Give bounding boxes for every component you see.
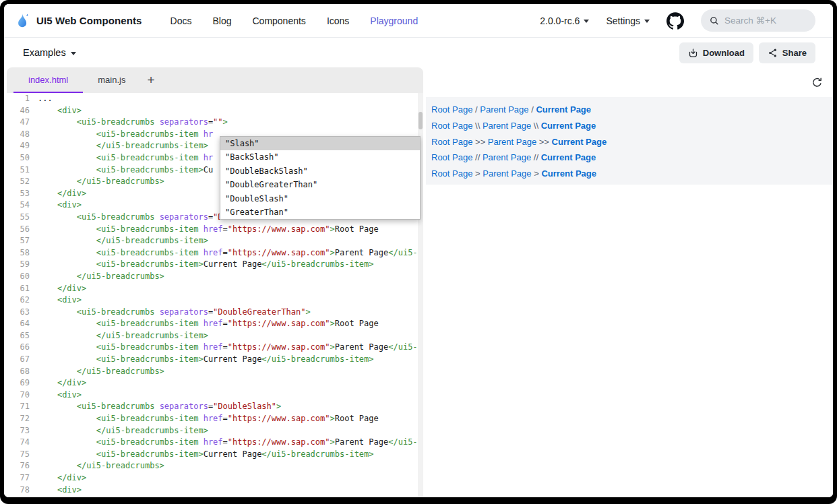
- breadcrumb-separator: >: [532, 168, 542, 179]
- code-editor-pane: index.htmlmain.js + 1...46 <div>47 <ui5-…: [7, 67, 423, 497]
- github-link[interactable]: [666, 12, 684, 30]
- code-line[interactable]: 76 </ui5-breadcrumbs>: [7, 460, 418, 472]
- breadcrumb-link[interactable]: Parent Page: [483, 121, 531, 131]
- code-text: <div>: [38, 295, 82, 305]
- code-token: Current Page: [204, 259, 262, 269]
- code-token: Current Page: [204, 354, 262, 364]
- breadcrumb-link[interactable]: Parent Page: [483, 152, 531, 162]
- breadcrumb-current: Current Page: [541, 121, 596, 131]
- code-line[interactable]: 57 </ui5-breadcrumbs-item>: [7, 235, 418, 247]
- code-token: </ui5-breadcrumbs-item>: [388, 342, 418, 352]
- preview-topbar: [426, 67, 833, 97]
- breadcrumb-link[interactable]: Root Page: [431, 104, 472, 115]
- code-line[interactable]: 78 <div>: [7, 484, 418, 497]
- code-text: </div>: [38, 189, 86, 198]
- code-text: </div>: [38, 378, 86, 387]
- code-token: </div>: [57, 473, 86, 482]
- chevron-down-icon: [644, 20, 650, 23]
- code-line[interactable]: 67 <ui5-breadcrumbs-item>Current Page</u…: [7, 354, 418, 366]
- nav-item-blog[interactable]: Blog: [212, 15, 231, 26]
- code-line[interactable]: 65 </ui5-breadcrumbs-item>: [7, 330, 418, 342]
- breadcrumb-link[interactable]: Parent Page: [483, 168, 531, 179]
- code-line[interactable]: 59 <ui5-breadcrumbs-item>Current Page</u…: [7, 259, 418, 271]
- tab-main.js[interactable]: main.js: [83, 67, 140, 93]
- autocomplete-item-5[interactable]: "GreaterThan": [220, 206, 420, 219]
- code-line[interactable]: 63 <ui5-breadcrumbs separators="DoubleGr…: [7, 307, 418, 319]
- code-line[interactable]: 66 <ui5-breadcrumbs-item href="https://w…: [7, 342, 418, 354]
- download-button[interactable]: Download: [679, 42, 753, 63]
- code-token: <ui5-breadcrumbs-item: [96, 437, 199, 447]
- code-line[interactable]: 46 <div>: [7, 105, 418, 117]
- line-number: 57: [7, 235, 30, 247]
- code-text: <ui5-breadcrumbs-item hr: [38, 129, 213, 139]
- breadcrumb-link[interactable]: Parent Page: [488, 137, 536, 147]
- breadcrumb-link[interactable]: Parent Page: [480, 104, 528, 115]
- code-line[interactable]: 75 <ui5-breadcrumbs-item>Current Page</u…: [7, 449, 418, 461]
- code-line[interactable]: 62 <div>: [7, 294, 418, 307]
- code-token: <ui5-breadcrumbs-item>: [96, 354, 204, 364]
- nav-item-docs[interactable]: Docs: [170, 15, 192, 26]
- breadcrumb-separator: >>: [536, 137, 551, 147]
- code-line[interactable]: 1...: [7, 93, 418, 105]
- search-input[interactable]: [724, 15, 807, 26]
- code-token: </ui5-breadcrumbs-item>: [96, 236, 208, 245]
- breadcrumb-link[interactable]: Root Page: [431, 121, 472, 131]
- autocomplete-item-3[interactable]: "DoubleGreaterThan": [220, 178, 420, 191]
- code-line[interactable]: 77 </div>: [7, 472, 418, 484]
- settings-dropdown[interactable]: Settings: [606, 15, 650, 26]
- search-box[interactable]: [701, 9, 815, 32]
- breadcrumb-separator: \\: [531, 121, 540, 131]
- brand[interactable]: UI5 Web Components: [13, 12, 142, 30]
- breadcrumb-current: Current Page: [536, 104, 591, 115]
- code-line[interactable]: 70 <div>: [7, 389, 418, 402]
- breadcrumb-link[interactable]: Root Page: [431, 137, 472, 147]
- code-token: </ui5-breadcrumbs>: [77, 367, 164, 376]
- breadcrumb-link[interactable]: Root Page: [431, 152, 472, 162]
- nav-item-components[interactable]: Components: [252, 15, 305, 26]
- tab-index.html[interactable]: index.html: [13, 67, 83, 93]
- autocomplete-item-2[interactable]: "DoubleBackSlash": [220, 164, 420, 178]
- code-token: </ui5-breadcrumbs-item>: [261, 354, 373, 364]
- autocomplete-item-0[interactable]: "Slash": [220, 137, 420, 150]
- code-line[interactable]: 68 </ui5-breadcrumbs>: [7, 366, 418, 378]
- code-token: <div>: [57, 485, 82, 495]
- refresh-icon[interactable]: [811, 77, 823, 88]
- code-token: hr: [204, 129, 213, 139]
- code-token: <ui5-breadcrumbs-item: [96, 129, 199, 139]
- code-line[interactable]: 60 </ui5-breadcrumbs>: [7, 271, 418, 283]
- code-line[interactable]: 56 <ui5-breadcrumbs-item href="https://w…: [7, 224, 418, 236]
- line-number: 72: [7, 413, 30, 425]
- editor-scrollbar-thumb[interactable]: [418, 112, 423, 129]
- code-token: [198, 129, 203, 139]
- line-number: 49: [7, 140, 30, 152]
- code-token: ...: [38, 94, 53, 103]
- preview-pane: Root Page / Parent Page / Current PageRo…: [426, 67, 833, 497]
- autocomplete-item-4[interactable]: "DoubleSlash": [220, 192, 420, 206]
- line-number: 52: [7, 176, 30, 188]
- code-line[interactable]: 69 </div>: [7, 377, 418, 389]
- line-number: 76: [7, 460, 30, 472]
- code-line[interactable]: 61 </div>: [7, 283, 418, 295]
- code-token: hr: [204, 153, 213, 162]
- code-line[interactable]: 58 <ui5-breadcrumbs-item href="https://w…: [7, 247, 418, 259]
- code-line[interactable]: 74 <ui5-breadcrumbs-item href="https://w…: [7, 437, 418, 449]
- breadcrumb-link[interactable]: Root Page: [431, 168, 472, 179]
- code-line[interactable]: 71 <ui5-breadcrumbs separators="DoubleSl…: [7, 401, 418, 413]
- code-line[interactable]: 64 <ui5-breadcrumbs-item href="https://w…: [7, 318, 418, 330]
- code-token: href: [204, 342, 223, 352]
- examples-dropdown[interactable]: Examples: [23, 47, 76, 58]
- code-token: <ui5-breadcrumbs-item>: [96, 165, 204, 175]
- breadcrumb-separator: >>: [472, 137, 487, 147]
- code-line[interactable]: 72 <ui5-breadcrumbs-item href="https://w…: [7, 413, 418, 425]
- share-button[interactable]: Share: [759, 42, 815, 63]
- code-token: >: [330, 414, 335, 423]
- code-line[interactable]: 73 </ui5-breadcrumbs-item>: [7, 425, 418, 437]
- code-line[interactable]: 47 <ui5-breadcrumbs separators="">: [7, 117, 418, 129]
- autocomplete-item-1[interactable]: "BackSlash": [220, 150, 420, 164]
- nav-item-playground[interactable]: Playground: [370, 15, 418, 26]
- version-dropdown[interactable]: 2.0.0-rc.6: [540, 15, 589, 26]
- new-tab-button[interactable]: +: [140, 67, 161, 93]
- code-token: <ui5-breadcrumbs-item: [96, 414, 199, 423]
- code-text: </ui5-breadcrumbs>: [38, 272, 164, 281]
- nav-item-icons[interactable]: Icons: [327, 15, 349, 26]
